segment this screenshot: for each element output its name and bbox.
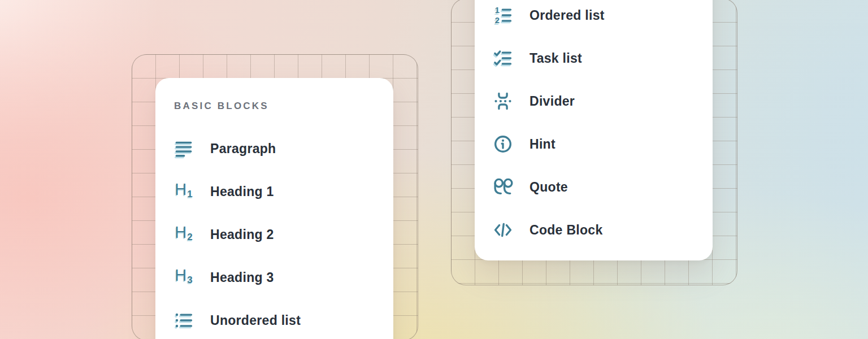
svg-text:1: 1 bbox=[495, 6, 500, 15]
heading-3-icon: H3 bbox=[174, 268, 193, 287]
menu-item-quote[interactable]: Quote bbox=[493, 166, 706, 208]
paragraph-icon bbox=[174, 139, 193, 158]
menu-item-code-block[interactable]: Code Block bbox=[493, 208, 706, 251]
basic-blocks-menu-list: ParagraphH1Heading 1H2Heading 2H3Heading… bbox=[155, 78, 393, 339]
menu-item-heading-2[interactable]: H2Heading 2 bbox=[174, 213, 387, 256]
quote-icon bbox=[493, 177, 513, 197]
basic-blocks-menu-card: BASIC BLOCKS ParagraphH1Heading 1H2Headi… bbox=[155, 78, 393, 339]
svg-text:2: 2 bbox=[495, 16, 500, 25]
menu-item-label: Heading 3 bbox=[210, 270, 274, 285]
menu-item-label: Task list bbox=[530, 51, 582, 66]
menu-item-label: Hint bbox=[530, 137, 555, 152]
menu-item-label: Ordered list bbox=[530, 8, 605, 23]
ordered-list-icon: 1212 bbox=[493, 6, 513, 25]
code-block-icon bbox=[493, 220, 513, 240]
blocks-menu-card-continued: 1212Ordered listTask listDividerHintQuot… bbox=[475, 0, 713, 260]
hero-background: BASIC BLOCKS ParagraphH1Heading 1H2Headi… bbox=[0, 0, 868, 339]
menu-item-label: Unordered list bbox=[210, 313, 301, 328]
menu-item-label: Paragraph bbox=[210, 141, 276, 157]
heading-1-icon: H1 bbox=[174, 182, 193, 201]
task-list-icon bbox=[493, 49, 513, 68]
menu-item-paragraph[interactable]: Paragraph bbox=[174, 127, 387, 170]
menu-item-label: Heading 2 bbox=[210, 227, 274, 242]
menu-item-divider[interactable]: Divider bbox=[493, 80, 706, 123]
blocks-menu-list-continued: 1212Ordered listTask listDividerHintQuot… bbox=[475, 0, 713, 260]
divider-icon bbox=[493, 92, 513, 111]
menu-item-hint[interactable]: Hint bbox=[493, 123, 706, 166]
heading-2-icon: H2 bbox=[174, 225, 193, 244]
menu-item-heading-1[interactable]: H1Heading 1 bbox=[174, 170, 387, 213]
menu-item-ordered-list[interactable]: 1212Ordered list bbox=[493, 0, 706, 37]
menu-item-unordered-list[interactable]: Unordered list bbox=[174, 299, 387, 339]
menu-item-task-list[interactable]: Task list bbox=[493, 37, 706, 80]
menu-item-label: Heading 1 bbox=[210, 184, 274, 199]
hint-icon bbox=[493, 134, 513, 154]
menu-item-heading-3[interactable]: H3Heading 3 bbox=[174, 256, 387, 299]
menu-item-label: Divider bbox=[530, 94, 575, 109]
unordered-list-icon bbox=[174, 311, 193, 330]
menu-item-label: Code Block bbox=[530, 223, 603, 238]
menu-item-label: Quote bbox=[530, 180, 568, 195]
